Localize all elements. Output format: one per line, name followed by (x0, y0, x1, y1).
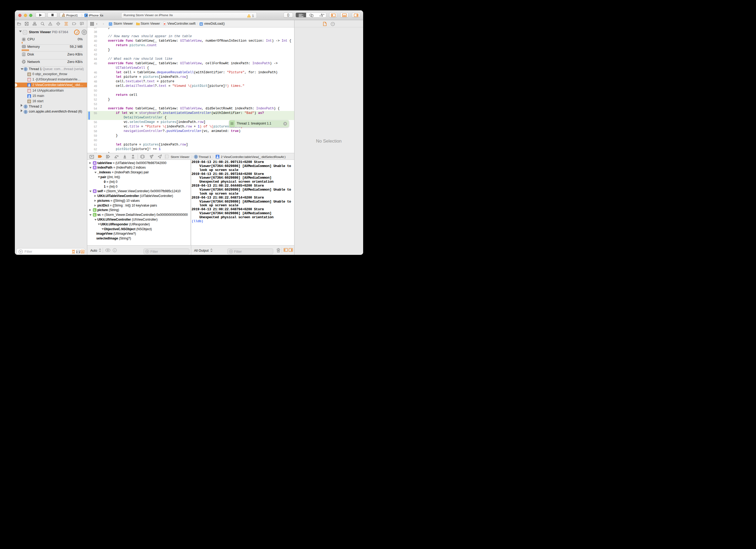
svg-text:i: i (114, 249, 115, 252)
svg-text:?: ? (332, 22, 333, 25)
svg-text:⚙: ⚙ (28, 100, 30, 103)
svg-text:⚙: ⚙ (28, 73, 30, 76)
svg-text:M: M (200, 23, 202, 25)
